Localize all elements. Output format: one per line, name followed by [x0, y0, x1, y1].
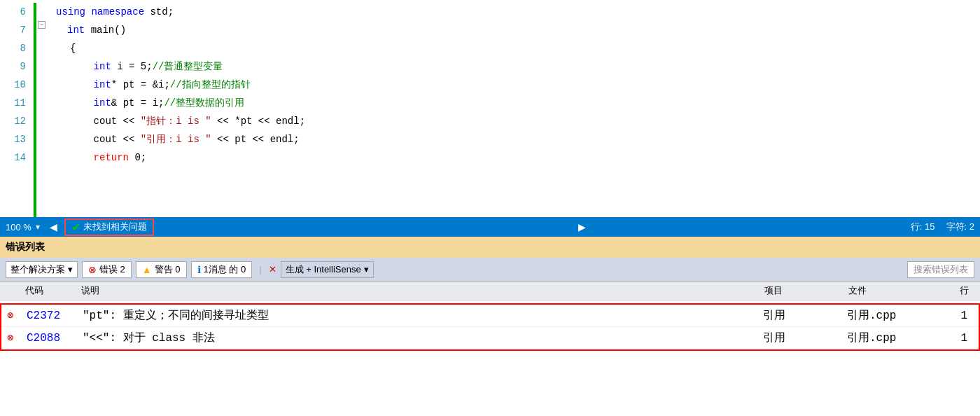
- error-row-2[interactable]: ⊗ C2088 "<<": 对于 class 非法 引用 引用.cpp 1: [1, 327, 979, 349]
- error-count-label: 错误 2: [99, 263, 125, 276]
- code-content: using namespace std; int main() { int i …: [48, 3, 980, 217]
- code-line-12: cout << "指针：i is " << *pt << endl;: [56, 112, 980, 130]
- code-line-11: int& pt = i;//整型数据的引用: [56, 94, 980, 112]
- status-left: 100 % ▾ ◀ ✔ 未找到相关问题 ▶: [6, 219, 586, 236]
- scroll-right-arrow[interactable]: ▶: [578, 221, 586, 233]
- error-row-2-line: 1: [931, 332, 973, 345]
- scroll-left-arrow[interactable]: ◀: [50, 221, 57, 233]
- collapse-button[interactable]: −: [38, 21, 46, 29]
- green-indicator: [34, 3, 36, 217]
- error-row-1-file: 引用.cpp: [847, 308, 931, 323]
- error-row-1[interactable]: ⊗ C2372 "pt": 重定义；不同的间接寻址类型 引用 引用.cpp 1: [1, 305, 979, 327]
- info-filter-button[interactable]: ℹ 1消息 的 0: [191, 261, 253, 278]
- separator: |: [259, 264, 261, 275]
- error-row-1-line: 1: [931, 310, 973, 322]
- line-numbers: 6 7 8 9 10 11 12 13 14: [0, 3, 34, 217]
- check-icon: ✔: [71, 221, 80, 234]
- error-rows-container: ⊗ C2372 "pt": 重定义；不同的间接寻址类型 引用 引用.cpp 1 …: [0, 303, 980, 351]
- error-row-2-project: 引用: [763, 331, 847, 345]
- keyword-using: using: [56, 3, 85, 21]
- col-header-project[interactable]: 项目: [764, 284, 848, 297]
- status-ok-text: 未找到相关问题: [83, 221, 147, 233]
- code-editor: 6 7 8 9 10 11 12 13 14 − using namespace…: [0, 0, 980, 217]
- col-header-file[interactable]: 文件: [848, 284, 932, 297]
- scope-dropdown-arrow: ▾: [68, 264, 73, 275]
- error-row-1-project: 引用: [763, 308, 847, 323]
- error-row-2-code[interactable]: C2088: [27, 332, 83, 345]
- error-row-1-desc: "pt": 重定义；不同的间接寻址类型: [83, 308, 763, 323]
- zoom-level: 100 %: [6, 222, 31, 233]
- code-line-13: cout << "引用：i is " << pt << endl;: [56, 130, 980, 148]
- scope-label: 整个解决方案: [10, 263, 65, 276]
- build-dropdown[interactable]: 生成 + IntelliSense ▾: [281, 261, 374, 278]
- code-line-8: {: [56, 39, 980, 57]
- error-row-2-desc: "<<": 对于 class 非法: [83, 331, 763, 345]
- error-row-1-code[interactable]: C2372: [27, 310, 83, 322]
- code-line-9: int i = 5;//普通整型变量: [56, 57, 980, 76]
- error-toolbar: 整个解决方案 ▾ ⊗ 错误 2 ▲ 警告 0 ℹ 1消息 的 0 | ✕ 生成 …: [0, 258, 980, 282]
- col-header-icon: [6, 284, 25, 297]
- col-indicator: 字符: 2: [946, 221, 974, 233]
- status-bar: 100 % ▾ ◀ ✔ 未找到相关问题 ▶ 行: 15 字符: 2: [0, 217, 980, 237]
- filter-icon: ✕: [269, 264, 276, 275]
- search-error-placeholder: 搜索错误列表: [913, 263, 968, 276]
- build-label: 生成 + IntelliSense: [286, 263, 361, 276]
- error-row-2-file: 引用.cpp: [847, 331, 931, 345]
- search-error-box[interactable]: 搜索错误列表: [907, 261, 974, 278]
- error-panel-title: 错误列表: [0, 237, 980, 258]
- error-filter-button[interactable]: ⊗ 错误 2: [82, 261, 132, 278]
- scope-dropdown[interactable]: 整个解决方案 ▾: [6, 261, 78, 278]
- warning-icon: ▲: [142, 264, 152, 275]
- info-count-label: 1消息 的 0: [204, 263, 246, 276]
- col-header-code[interactable]: 代码: [25, 284, 81, 297]
- code-line-14: return 0;: [56, 148, 980, 167]
- zoom-dropdown-arrow[interactable]: ▾: [36, 222, 40, 232]
- status-ok-box: ✔ 未找到相关问题: [64, 219, 154, 236]
- row-indicator: 行: 15: [911, 221, 935, 233]
- col-header-line[interactable]: 行: [932, 284, 974, 297]
- error-row-1-icon: ⊗: [7, 309, 27, 322]
- info-icon: ℹ: [197, 264, 201, 275]
- error-icon: ⊗: [88, 264, 97, 275]
- keyword-int: int: [67, 21, 85, 39]
- code-gutter: −: [34, 3, 48, 217]
- error-row-2-icon: ⊗: [7, 331, 27, 345]
- warning-filter-button[interactable]: ▲ 警告 0: [136, 261, 187, 278]
- error-table-header: 代码 说明 项目 文件 行: [0, 282, 980, 300]
- warning-count-label: 警告 0: [155, 263, 181, 276]
- code-line-6: using namespace std;: [56, 3, 980, 21]
- code-line-7: int main(): [56, 21, 980, 39]
- col-header-desc[interactable]: 说明: [81, 284, 764, 297]
- status-right: 行: 15 字符: 2: [911, 221, 974, 233]
- build-dropdown-arrow: ▾: [364, 264, 369, 275]
- code-line-10: int* pt = &i;//指向整型的指针: [56, 76, 980, 94]
